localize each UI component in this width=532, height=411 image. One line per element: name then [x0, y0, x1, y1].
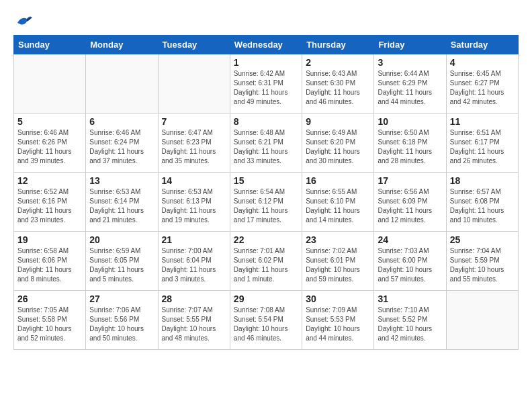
- calendar-cell: [14, 54, 86, 113]
- calendar-cell: 25Sunrise: 7:04 AM Sunset: 5:59 PM Dayli…: [446, 232, 518, 291]
- day-number: 19: [17, 234, 82, 245]
- calendar-cell: 3Sunrise: 6:44 AM Sunset: 6:29 PM Daylig…: [374, 54, 446, 113]
- calendar-cell: 17Sunrise: 6:56 AM Sunset: 6:09 PM Dayli…: [374, 173, 446, 232]
- day-info: Sunrise: 7:07 AM Sunset: 5:55 PM Dayligh…: [162, 306, 226, 343]
- calendar-cell: 22Sunrise: 7:01 AM Sunset: 6:02 PM Dayli…: [230, 232, 302, 291]
- calendar-cell: 30Sunrise: 7:09 AM Sunset: 5:53 PM Dayli…: [302, 291, 374, 350]
- weekday-header-monday: Monday: [86, 36, 158, 54]
- calendar-cell: 29Sunrise: 7:08 AM Sunset: 5:54 PM Dayli…: [230, 291, 302, 350]
- calendar-header-row: SundayMondayTuesdayWednesdayThursdayFrid…: [14, 36, 519, 54]
- day-info: Sunrise: 6:46 AM Sunset: 6:26 PM Dayligh…: [17, 128, 82, 166]
- day-info: Sunrise: 6:45 AM Sunset: 6:27 PM Dayligh…: [450, 69, 515, 107]
- calendar-cell: 31Sunrise: 7:10 AM Sunset: 5:52 PM Dayli…: [374, 291, 446, 350]
- day-number: 8: [234, 116, 298, 127]
- calendar-cell: 15Sunrise: 6:54 AM Sunset: 6:12 PM Dayli…: [230, 173, 302, 232]
- calendar-cell: 21Sunrise: 7:00 AM Sunset: 6:04 PM Dayli…: [158, 232, 230, 291]
- day-info: Sunrise: 6:57 AM Sunset: 6:08 PM Dayligh…: [450, 187, 515, 225]
- weekday-header-sunday: Sunday: [14, 36, 86, 54]
- calendar-week-row: 19Sunrise: 6:58 AM Sunset: 6:06 PM Dayli…: [14, 232, 519, 291]
- day-info: Sunrise: 7:06 AM Sunset: 5:56 PM Dayligh…: [89, 306, 154, 343]
- day-info: Sunrise: 7:05 AM Sunset: 5:58 PM Dayligh…: [17, 306, 82, 343]
- calendar-cell: 28Sunrise: 7:07 AM Sunset: 5:55 PM Dayli…: [158, 291, 230, 350]
- day-number: 4: [450, 57, 515, 68]
- day-number: 13: [89, 175, 154, 186]
- calendar-week-row: 26Sunrise: 7:05 AM Sunset: 5:58 PM Dayli…: [14, 291, 519, 350]
- page-header: [13, 13, 519, 28]
- day-number: 11: [450, 116, 515, 127]
- day-number: 12: [17, 175, 82, 186]
- day-number: 27: [89, 293, 154, 304]
- calendar-cell: 18Sunrise: 6:57 AM Sunset: 6:08 PM Dayli…: [446, 173, 518, 232]
- calendar-cell: 4Sunrise: 6:45 AM Sunset: 6:27 PM Daylig…: [446, 54, 518, 113]
- day-number: 29: [234, 293, 298, 304]
- calendar-cell: 13Sunrise: 6:53 AM Sunset: 6:14 PM Dayli…: [86, 173, 158, 232]
- day-number: 26: [17, 293, 82, 304]
- calendar-cell: 2Sunrise: 6:43 AM Sunset: 6:30 PM Daylig…: [302, 54, 374, 113]
- calendar-week-row: 5Sunrise: 6:46 AM Sunset: 6:26 PM Daylig…: [14, 113, 519, 173]
- day-number: 10: [378, 116, 442, 127]
- day-number: 25: [450, 234, 515, 245]
- calendar-cell: 27Sunrise: 7:06 AM Sunset: 5:56 PM Dayli…: [86, 291, 158, 350]
- day-info: Sunrise: 6:58 AM Sunset: 6:06 PM Dayligh…: [17, 246, 82, 284]
- day-number: 15: [234, 175, 298, 186]
- day-number: 9: [306, 116, 370, 127]
- calendar-cell: 8Sunrise: 6:48 AM Sunset: 6:21 PM Daylig…: [230, 113, 302, 173]
- day-number: 2: [306, 57, 370, 68]
- day-info: Sunrise: 6:55 AM Sunset: 6:10 PM Dayligh…: [306, 187, 370, 225]
- logo: [13, 13, 34, 28]
- calendar-cell: [446, 291, 518, 350]
- day-info: Sunrise: 6:47 AM Sunset: 6:23 PM Dayligh…: [162, 128, 226, 166]
- logo-bird-icon: [15, 13, 34, 28]
- day-info: Sunrise: 6:52 AM Sunset: 6:16 PM Dayligh…: [17, 187, 82, 225]
- day-info: Sunrise: 6:42 AM Sunset: 6:31 PM Dayligh…: [234, 69, 298, 107]
- day-number: 31: [378, 293, 442, 304]
- day-number: 14: [162, 175, 226, 186]
- day-info: Sunrise: 7:08 AM Sunset: 5:54 PM Dayligh…: [234, 306, 298, 343]
- day-info: Sunrise: 6:49 AM Sunset: 6:20 PM Dayligh…: [306, 128, 370, 166]
- calendar-cell: 11Sunrise: 6:51 AM Sunset: 6:17 PM Dayli…: [446, 113, 518, 173]
- day-number: 24: [378, 234, 442, 245]
- calendar-cell: 16Sunrise: 6:55 AM Sunset: 6:10 PM Dayli…: [302, 173, 374, 232]
- day-info: Sunrise: 6:51 AM Sunset: 6:17 PM Dayligh…: [450, 128, 515, 166]
- day-info: Sunrise: 6:59 AM Sunset: 6:05 PM Dayligh…: [89, 246, 154, 284]
- day-info: Sunrise: 7:02 AM Sunset: 6:01 PM Dayligh…: [306, 246, 370, 284]
- calendar-cell: 10Sunrise: 6:50 AM Sunset: 6:18 PM Dayli…: [374, 113, 446, 173]
- day-info: Sunrise: 6:56 AM Sunset: 6:09 PM Dayligh…: [378, 187, 442, 225]
- day-info: Sunrise: 7:00 AM Sunset: 6:04 PM Dayligh…: [162, 246, 226, 284]
- day-info: Sunrise: 6:54 AM Sunset: 6:12 PM Dayligh…: [234, 187, 298, 225]
- calendar-cell: 26Sunrise: 7:05 AM Sunset: 5:58 PM Dayli…: [14, 291, 86, 350]
- calendar-cell: 1Sunrise: 6:42 AM Sunset: 6:31 PM Daylig…: [230, 54, 302, 113]
- day-number: 21: [162, 234, 226, 245]
- calendar-week-row: 12Sunrise: 6:52 AM Sunset: 6:16 PM Dayli…: [14, 173, 519, 232]
- day-number: 20: [89, 234, 154, 245]
- weekday-header-friday: Friday: [374, 36, 446, 54]
- day-info: Sunrise: 7:03 AM Sunset: 6:00 PM Dayligh…: [378, 246, 442, 284]
- day-info: Sunrise: 6:48 AM Sunset: 6:21 PM Dayligh…: [234, 128, 298, 166]
- calendar-cell: 7Sunrise: 6:47 AM Sunset: 6:23 PM Daylig…: [158, 113, 230, 173]
- calendar-cell: 14Sunrise: 6:53 AM Sunset: 6:13 PM Dayli…: [158, 173, 230, 232]
- day-info: Sunrise: 6:53 AM Sunset: 6:14 PM Dayligh…: [89, 187, 154, 225]
- day-info: Sunrise: 7:04 AM Sunset: 5:59 PM Dayligh…: [450, 246, 515, 284]
- calendar-week-row: 1Sunrise: 6:42 AM Sunset: 6:31 PM Daylig…: [14, 54, 519, 113]
- day-number: 1: [234, 57, 298, 68]
- weekday-header-tuesday: Tuesday: [158, 36, 230, 54]
- day-info: Sunrise: 7:01 AM Sunset: 6:02 PM Dayligh…: [234, 246, 298, 284]
- calendar-cell: 20Sunrise: 6:59 AM Sunset: 6:05 PM Dayli…: [86, 232, 158, 291]
- calendar-cell: [158, 54, 230, 113]
- day-number: 5: [17, 116, 82, 127]
- weekday-header-thursday: Thursday: [302, 36, 374, 54]
- day-number: 18: [450, 175, 515, 186]
- calendar-cell: 19Sunrise: 6:58 AM Sunset: 6:06 PM Dayli…: [14, 232, 86, 291]
- day-info: Sunrise: 6:50 AM Sunset: 6:18 PM Dayligh…: [378, 128, 442, 166]
- weekday-header-wednesday: Wednesday: [230, 36, 302, 54]
- calendar-cell: 12Sunrise: 6:52 AM Sunset: 6:16 PM Dayli…: [14, 173, 86, 232]
- day-info: Sunrise: 7:10 AM Sunset: 5:52 PM Dayligh…: [378, 306, 442, 343]
- calendar-table: SundayMondayTuesdayWednesdayThursdayFrid…: [13, 35, 519, 350]
- calendar-cell: 6Sunrise: 6:46 AM Sunset: 6:24 PM Daylig…: [86, 113, 158, 173]
- weekday-header-saturday: Saturday: [446, 36, 518, 54]
- day-info: Sunrise: 6:43 AM Sunset: 6:30 PM Dayligh…: [306, 69, 370, 107]
- day-number: 16: [306, 175, 370, 186]
- day-number: 23: [306, 234, 370, 245]
- day-info: Sunrise: 6:53 AM Sunset: 6:13 PM Dayligh…: [162, 187, 226, 225]
- day-info: Sunrise: 7:09 AM Sunset: 5:53 PM Dayligh…: [306, 306, 370, 343]
